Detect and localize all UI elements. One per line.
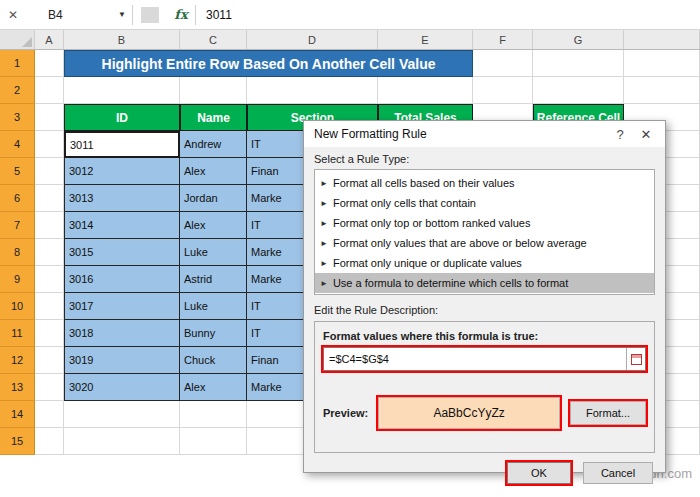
- row-header-4[interactable]: 4: [0, 131, 35, 158]
- rule-type-option-selected[interactable]: ►Use a formula to determine which cells …: [315, 273, 654, 293]
- cell-name[interactable]: Chuck: [180, 347, 247, 374]
- cell-id[interactable]: 3014: [64, 212, 180, 239]
- empty-cell[interactable]: [35, 77, 64, 104]
- empty-cell[interactable]: [180, 401, 247, 428]
- dialog-help-button[interactable]: ?: [607, 124, 633, 144]
- format-button[interactable]: Format...: [570, 401, 646, 425]
- cell-id[interactable]: 3017: [64, 293, 180, 320]
- cell-name[interactable]: Astrid: [180, 266, 247, 293]
- empty-cell[interactable]: [35, 185, 64, 212]
- row-header-14[interactable]: 14: [0, 401, 35, 428]
- row-header-2[interactable]: 2: [0, 77, 35, 104]
- row-header-13[interactable]: 13: [0, 374, 35, 401]
- cell-name[interactable]: Alex: [180, 158, 247, 185]
- rule-type-label: Format only top or bottom ranked values: [333, 217, 530, 229]
- new-formatting-rule-dialog: New Formatting Rule ? ✕ Select a Rule Ty…: [303, 120, 666, 473]
- rule-formula-input[interactable]: =$C4=$G$4: [323, 347, 646, 371]
- column-header-b[interactable]: B: [64, 30, 180, 49]
- title-banner-cell[interactable]: Highlight Entire Row Based On Another Ce…: [64, 50, 473, 77]
- column-header-c[interactable]: C: [180, 30, 247, 49]
- rule-type-option[interactable]: ►Format only cells that contain: [315, 193, 654, 213]
- empty-cell[interactable]: [180, 77, 247, 104]
- column-header-d[interactable]: D: [247, 30, 378, 49]
- row-header-7[interactable]: 7: [0, 212, 35, 239]
- triangle-marker-icon: ►: [320, 219, 328, 228]
- cell-name[interactable]: Jordan: [180, 185, 247, 212]
- column-header-g[interactable]: G: [533, 30, 624, 49]
- row-header-5[interactable]: 5: [0, 158, 35, 185]
- empty-cell[interactable]: [35, 104, 64, 131]
- empty-cell[interactable]: [473, 50, 533, 77]
- triangle-marker-icon: ►: [320, 259, 328, 268]
- empty-cell[interactable]: [35, 374, 64, 401]
- empty-cell[interactable]: [35, 239, 64, 266]
- empty-cell[interactable]: [64, 401, 180, 428]
- cell-name[interactable]: Alex: [180, 212, 247, 239]
- empty-cell[interactable]: [35, 401, 64, 428]
- cell-id[interactable]: 3020: [64, 374, 180, 401]
- empty-cell[interactable]: [247, 77, 378, 104]
- row-header-10[interactable]: 10: [0, 293, 35, 320]
- column-header-f[interactable]: F: [473, 30, 533, 49]
- column-header-e[interactable]: E: [378, 30, 473, 49]
- name-box[interactable]: B4 ▼: [26, 4, 132, 26]
- name-box-dropdown-icon[interactable]: ▼: [118, 10, 126, 19]
- empty-cell[interactable]: [378, 77, 473, 104]
- cell-name[interactable]: Bunny: [180, 320, 247, 347]
- insert-function-icon[interactable]: fx: [167, 7, 195, 22]
- row-header-1[interactable]: 1: [0, 50, 35, 77]
- cell-name[interactable]: Luke: [180, 239, 247, 266]
- divider: [132, 5, 133, 25]
- empty-cell[interactable]: [35, 293, 64, 320]
- ok-button[interactable]: OK: [507, 462, 571, 484]
- empty-cell[interactable]: [64, 428, 180, 455]
- cell-id[interactable]: 3012: [64, 158, 180, 185]
- header-cell-name[interactable]: Name: [180, 104, 247, 131]
- cell-name[interactable]: Andrew: [180, 131, 247, 158]
- rule-type-option[interactable]: ►Format only unique or duplicate values: [315, 253, 654, 273]
- rule-type-option[interactable]: ►Format all cells based on their values: [315, 173, 654, 193]
- row-header-6[interactable]: 6: [0, 185, 35, 212]
- rule-formula-value[interactable]: =$C4=$G$4: [324, 348, 626, 370]
- cell-id[interactable]: 3018: [64, 320, 180, 347]
- empty-cell[interactable]: [35, 320, 64, 347]
- empty-cell[interactable]: [35, 428, 64, 455]
- cell-id[interactable]: 3015: [64, 239, 180, 266]
- collapse-dialog-icon[interactable]: [626, 348, 645, 370]
- cell-id[interactable]: 3016: [64, 266, 180, 293]
- empty-cell[interactable]: [35, 347, 64, 374]
- row-header-15[interactable]: 15: [0, 428, 35, 455]
- empty-cell[interactable]: [64, 77, 180, 104]
- row-header-12[interactable]: 12: [0, 347, 35, 374]
- empty-cell[interactable]: [35, 266, 64, 293]
- empty-cell[interactable]: [35, 131, 64, 158]
- select-all-corner[interactable]: [0, 30, 35, 49]
- cancel-button[interactable]: Cancel: [583, 462, 653, 484]
- close-icon[interactable]: ✕: [0, 8, 26, 22]
- cell-id[interactable]: 3013: [64, 185, 180, 212]
- dialog-close-icon[interactable]: ✕: [633, 124, 659, 144]
- row-header-11[interactable]: 11: [0, 320, 35, 347]
- formula-input[interactable]: 3011: [196, 8, 700, 22]
- rule-type-option[interactable]: ►Format only top or bottom ranked values: [315, 213, 654, 233]
- empty-cell[interactable]: [35, 212, 64, 239]
- empty-cell[interactable]: [624, 50, 700, 77]
- row-header-8[interactable]: 8: [0, 239, 35, 266]
- empty-cell[interactable]: [473, 77, 533, 104]
- row-header-9[interactable]: 9: [0, 266, 35, 293]
- rule-type-option[interactable]: ►Format only values that are above or be…: [315, 233, 654, 253]
- row-header-3[interactable]: 3: [0, 104, 35, 131]
- cell-name[interactable]: Alex: [180, 374, 247, 401]
- header-cell-id[interactable]: ID: [64, 104, 180, 131]
- empty-cell[interactable]: [35, 158, 64, 185]
- empty-cell[interactable]: [180, 428, 247, 455]
- empty-cell[interactable]: [533, 50, 624, 77]
- cell-b4-selected[interactable]: 3011: [64, 131, 180, 158]
- cell-name[interactable]: Luke: [180, 293, 247, 320]
- empty-cell[interactable]: [624, 77, 700, 104]
- column-header-a[interactable]: A: [35, 30, 64, 49]
- empty-cell[interactable]: [35, 50, 64, 77]
- dialog-title-bar[interactable]: New Formatting Rule ? ✕: [304, 121, 665, 147]
- empty-cell[interactable]: [533, 77, 624, 104]
- cell-id[interactable]: 3019: [64, 347, 180, 374]
